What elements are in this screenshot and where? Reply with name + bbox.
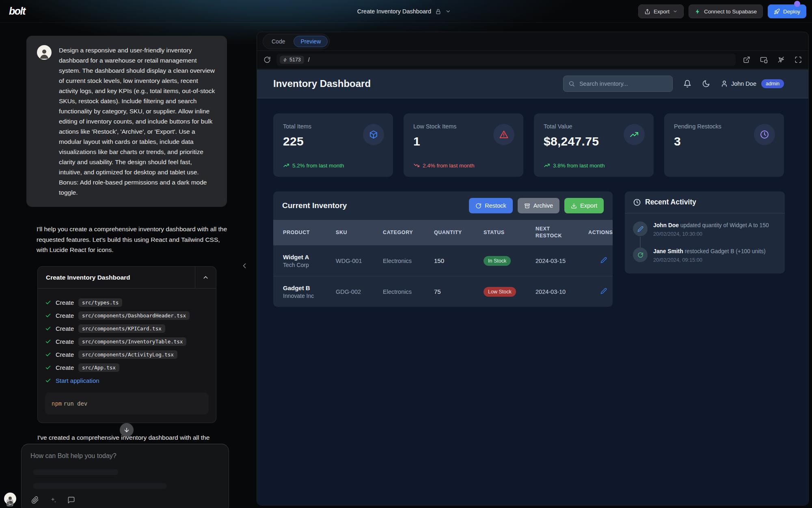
cell-category: Electronics — [383, 258, 434, 264]
share-icon — [644, 9, 650, 15]
archive-button[interactable]: Archive — [518, 198, 559, 213]
kpi-trend: 3.8% from last month — [544, 162, 605, 169]
step-file-chip: src/components/DashboardHeader.tsx — [78, 311, 190, 320]
user-menu[interactable]: John Doe admin — [721, 79, 784, 88]
edit-row-button[interactable] — [600, 257, 607, 263]
port-pill[interactable]: 5173 — [280, 56, 304, 64]
chevron-up-icon — [202, 274, 209, 281]
supabase-icon — [695, 9, 701, 15]
dashboard-header: Inventory Dashboard John Doe admin — [257, 69, 808, 98]
preview-url-bar: 5173 / — [257, 51, 808, 69]
step-action: Create — [56, 351, 74, 358]
activity-action: restocked Gadget B (+100 units) — [685, 248, 765, 254]
chat-mode-icon[interactable] — [67, 496, 75, 504]
check-icon — [45, 365, 51, 371]
url-path: / — [308, 56, 310, 63]
inventory-search[interactable] — [563, 76, 673, 92]
artifact-step: Create src/components/ActivityLog.tsx — [45, 348, 209, 361]
status-badge: Low Stock — [484, 287, 516, 297]
cell-next-restock: 2024-03-10 — [536, 289, 588, 295]
edit-activity-icon — [633, 221, 648, 236]
artifact-step: Create src/App.tsx — [45, 361, 209, 374]
inspector-icon[interactable] — [777, 56, 785, 63]
trending-down-icon — [413, 162, 420, 169]
attach-icon[interactable] — [31, 496, 39, 504]
inventory-title: Current Inventory — [282, 201, 347, 210]
table-row[interactable]: Widget A Tech Corp WDG-001 Electronics 1… — [273, 245, 613, 276]
notifications-bell-icon[interactable] — [683, 80, 691, 88]
command-name: npm — [52, 400, 62, 407]
artifact-card: Create Inventory Dashboard Create src/ty… — [37, 266, 216, 423]
step-file-chip: src/types.ts — [78, 298, 122, 307]
kpi-card-low-stock: Low Stock Items 1 2.4% from last month — [404, 113, 523, 177]
pencil-icon — [600, 288, 607, 294]
project-title-menu[interactable]: Create Inventory Dashboard — [357, 0, 451, 23]
edit-row-button[interactable] — [600, 288, 607, 294]
enhance-prompt-icon[interactable] — [50, 497, 57, 504]
status-badge: In Stock — [484, 256, 511, 266]
notification-dot — [794, 1, 800, 7]
clock-icon — [633, 198, 641, 206]
collapse-chat-button[interactable] — [240, 262, 248, 270]
col-sku: SKU — [336, 230, 383, 235]
table-row[interactable]: Gadget B Innovate Inc GDG-002 Electronic… — [273, 276, 613, 307]
prompt-toolbar — [31, 496, 75, 504]
tab-preview[interactable]: Preview — [294, 36, 328, 47]
ghost-suggestion — [33, 469, 118, 475]
check-icon — [45, 378, 51, 384]
view-toggle: Code Preview — [263, 34, 330, 49]
connect-supabase-button[interactable]: Connect to Supabase — [689, 4, 763, 18]
reload-icon[interactable] — [263, 56, 271, 63]
sidebar-toggle-icon[interactable] — [6, 499, 14, 507]
restock-button[interactable]: Restock — [469, 198, 512, 213]
search-input[interactable] — [579, 80, 667, 87]
refresh-icon — [475, 203, 482, 209]
activity-action: updated quantity of Widget A to 150 — [680, 222, 769, 228]
bolt-logo[interactable]: bolt — [9, 5, 25, 17]
inventory-card: Current Inventory Restock Archive Export — [273, 191, 613, 307]
top-bar-actions: Export Connect to Supabase Deploy — [638, 4, 806, 18]
artifact-step: Create src/components/KPICard.tsx — [45, 322, 209, 335]
open-in-new-tab-icon[interactable] — [743, 56, 750, 63]
archive-icon — [524, 203, 530, 209]
export-csv-button[interactable]: Export — [564, 198, 604, 213]
col-product: Product — [283, 230, 336, 235]
col-status: Status — [484, 230, 536, 235]
cell-category: Electronics — [383, 289, 434, 295]
chevron-down-icon[interactable] — [445, 9, 451, 14]
arrow-down-icon — [123, 427, 130, 433]
kpi-trend: 2.4% from last month — [413, 162, 475, 169]
deploy-label: Deploy — [783, 9, 800, 15]
step-file-chip: src/components/KPICard.tsx — [78, 324, 165, 333]
dark-mode-toggle-icon[interactable] — [702, 80, 710, 88]
fullscreen-icon[interactable] — [795, 56, 802, 63]
supabase-label: Connect to Supabase — [704, 9, 757, 15]
preview-frame: Inventory Dashboard John Doe admin Total… — [257, 69, 808, 505]
package-icon — [363, 124, 384, 145]
artifact-step: Create src/components/InventoryTable.tsx — [45, 335, 209, 348]
kpi-card-pending-restocks: Pending Restocks 3 — [664, 113, 784, 177]
artifact-title: Create Inventory Dashboard — [38, 267, 195, 288]
col-quantity: Quantity — [434, 230, 484, 235]
user-icon — [721, 80, 728, 87]
dashboard-title: Inventory Dashboard — [273, 78, 371, 89]
activity-user: John Doe — [653, 222, 679, 228]
activity-item: John Doe updated quantity of Widget A to… — [633, 221, 777, 237]
table-header-row: Product SKU Category Quantity Status Nex… — [273, 220, 613, 245]
url-field[interactable]: 5173 / — [276, 54, 736, 66]
start-application-link[interactable]: Start application — [56, 377, 99, 384]
trending-up-icon — [283, 162, 289, 169]
deploy-button[interactable]: Deploy — [768, 4, 806, 18]
activity-user: Jane Smith — [653, 248, 683, 254]
artifact-collapse-button[interactable] — [195, 267, 216, 288]
kpi-card-total-items: Total Items 225 5.2% from last month — [273, 113, 393, 177]
activity-time: 20/02/2024, 09:15:00 — [653, 257, 765, 263]
step-file-chip: src/App.tsx — [78, 363, 119, 372]
inventory-header: Current Inventory Restock Archive Export — [273, 191, 613, 220]
export-button[interactable]: Export — [638, 4, 684, 18]
product-supplier: Tech Corp — [283, 262, 336, 268]
responsive-devices-icon[interactable] — [760, 56, 768, 64]
col-actions: Actions — [588, 230, 613, 235]
tab-code[interactable]: Code — [265, 36, 292, 47]
check-icon — [45, 352, 51, 358]
